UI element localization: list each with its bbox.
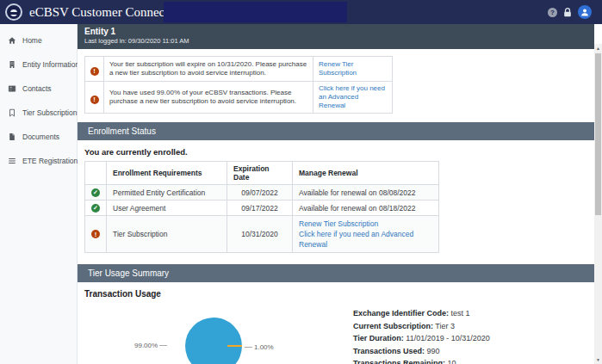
manage-renewal-column-header: Manage Renewal <box>293 162 439 185</box>
navbar-actions: ? <box>548 0 592 24</box>
contact-card-icon <box>8 84 16 93</box>
pie-label-remaining: 1.00% <box>245 343 274 351</box>
sidebar-item-ete-registration[interactable]: ETE Registration <box>0 149 77 173</box>
summary-line: Tier Duration: 11/01/2019 - 10/31/2020 <box>353 332 496 345</box>
expiration-cell: 10/31/2020 <box>227 216 293 253</box>
navbar-highlight-panel <box>164 2 347 22</box>
sidebar-item-contacts[interactable]: Contacts <box>0 77 77 101</box>
warning-icon: ! <box>90 96 99 104</box>
success-check-icon: ✓ <box>91 204 100 213</box>
usage-summary-panel: Exchange Identifier Code: test 1 Current… <box>353 307 496 364</box>
alerts-section: ! Your tier subscription will expire on … <box>78 49 594 114</box>
leader-line <box>159 345 167 346</box>
requirement-cell: User Agreement <box>107 201 227 216</box>
entity-header: Entity 1 Last logged in: 09/30/2020 11:0… <box>78 24 594 49</box>
alert-message: Your tier subscription will expire on 10… <box>104 57 313 82</box>
alert-row: ! You have used 99.00% of your eCBSV tra… <box>85 82 393 114</box>
renew-tier-subscription-link[interactable]: Renew Tier Subscription <box>299 219 378 228</box>
help-icon[interactable]: ? <box>548 8 557 17</box>
last-logged-in: Last logged in: 09/30/2020 11:01 AM <box>84 37 594 45</box>
summary-line: Current Subscription: Tier 3 <box>353 320 496 333</box>
alert-row: ! Your tier subscription will expire on … <box>85 57 393 82</box>
alert-message: You have used 99.00% of your eCBSV trans… <box>104 82 313 114</box>
tier-usage-body: 99.00% 1.00% Transactions Used 990 Trans… <box>78 300 594 364</box>
expiration-column-header: Expiration Date <box>227 162 293 185</box>
home-icon <box>8 36 16 45</box>
expiration-cell: 09/17/2022 <box>227 201 293 216</box>
renewal-cell: Available for renewal on 08/18/2022 <box>293 201 439 216</box>
building-icon <box>8 60 16 69</box>
person-icon <box>580 8 589 16</box>
main-content: Entity 1 Last logged in: 09/30/2020 11:0… <box>78 24 594 364</box>
transaction-usage-title: Transaction Usage <box>84 289 594 299</box>
lock-icon[interactable] <box>563 8 572 17</box>
advanced-renewal-link[interactable]: Click here if you need an Advanced Renew… <box>319 84 385 109</box>
vertical-scrollbar[interactable]: ▲ ▼ <box>594 44 602 364</box>
scroll-down-arrow[interactable]: ▼ <box>594 355 602 364</box>
app-title: eCBSV Customer Connection <box>29 5 185 20</box>
requirement-cell: Tier Subscription <box>107 216 227 253</box>
summary-line: Transactions Remaining: 10 <box>353 357 496 364</box>
sidebar-item-entity-information[interactable]: Entity Information <box>0 52 77 77</box>
document-icon <box>8 133 16 141</box>
renew-tier-subscription-link[interactable]: Renew Tier Subscription <box>319 60 357 77</box>
enrollment-status-message: You are currently enrolled. <box>84 147 594 157</box>
enrollment-table: Enrollment Requirements Expiration Date … <box>84 161 439 253</box>
warning-icon: ! <box>90 67 99 76</box>
table-row: ! Tier Subscription 10/31/2020 Renew Tie… <box>85 216 439 253</box>
bookmark-icon <box>8 108 16 117</box>
table-row: ✓ Permitted Entity Certification 09/07/2… <box>85 185 439 201</box>
table-row: ✓ User Agreement 09/17/2022 Available fo… <box>85 201 439 216</box>
sidebar-nav: Home Entity Information Contacts Tier Su… <box>0 24 78 364</box>
alert-table: ! Your tier subscription will expire on … <box>84 56 393 114</box>
sidebar-item-documents[interactable]: Documents <box>0 125 77 149</box>
user-avatar[interactable] <box>578 5 592 19</box>
sidebar-item-tier-subscription[interactable]: Tier Subscription <box>0 101 77 125</box>
requirements-column-header: Enrollment Requirements <box>107 162 227 185</box>
warning-icon: ! <box>91 230 100 238</box>
summary-line: Transactions Used: 990 <box>353 345 496 358</box>
expiration-cell: 09/07/2022 <box>227 185 293 201</box>
app-window: eCBSV Customer Connection ? Home Entity … <box>0 0 602 364</box>
success-check-icon: ✓ <box>91 188 100 197</box>
entity-title: Entity 1 <box>84 27 594 36</box>
renewal-cell: Available for renewal on 08/08/2022 <box>293 185 439 201</box>
list-icon <box>8 157 16 165</box>
pie-chart <box>185 318 242 364</box>
summary-line: Exchange Identifier Code: test 1 <box>353 307 496 320</box>
pie-label-used: 99.00% <box>134 342 167 349</box>
leader-line <box>245 347 252 348</box>
tier-usage-summary-header: Tier Usage Summary <box>78 264 594 282</box>
status-column-header <box>85 162 107 185</box>
advanced-renewal-link[interactable]: Click here if you need an Advanced Renew… <box>299 230 413 249</box>
enrollment-table-header-row: Enrollment Requirements Expiration Date … <box>85 162 439 185</box>
scroll-up-arrow[interactable]: ▲ <box>594 44 602 52</box>
transaction-usage-chart: 99.00% 1.00% Transactions Used 990 Trans… <box>78 300 353 364</box>
scrollbar-thumb[interactable] <box>595 53 601 215</box>
ssa-seal-logo <box>5 3 22 21</box>
sidebar-item-home[interactable]: Home <box>0 28 77 52</box>
top-navbar: eCBSV Customer Connection ? <box>0 0 602 24</box>
requirement-cell: Permitted Entity Certification <box>107 185 227 201</box>
enrollment-status-header: Enrollment Status <box>78 122 594 140</box>
